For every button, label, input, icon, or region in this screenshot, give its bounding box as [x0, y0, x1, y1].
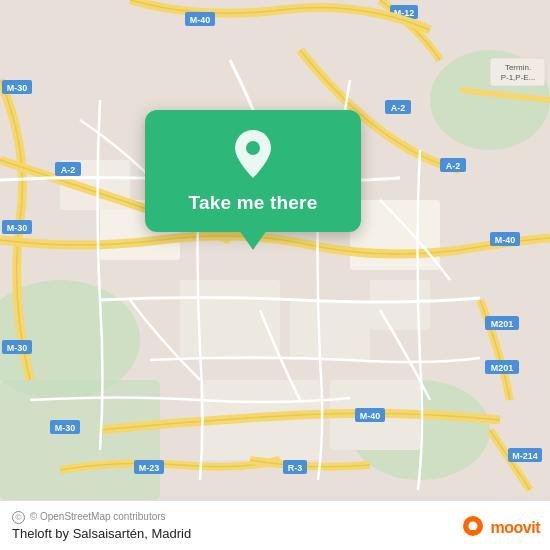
svg-rect-6: [290, 300, 370, 360]
svg-text:M-40: M-40: [190, 15, 211, 25]
svg-text:R-3: R-3: [288, 463, 303, 473]
svg-text:Termin.: Termin.: [505, 63, 531, 72]
svg-text:M-214: M-214: [512, 451, 538, 461]
svg-text:M-23: M-23: [139, 463, 160, 473]
svg-text:M-30: M-30: [7, 343, 28, 353]
bottom-bar: © © OpenStreetMap contributors Theloft b…: [0, 500, 550, 550]
copyright-icon: ©: [12, 511, 25, 524]
svg-text:P-1,P-E...: P-1,P-E...: [501, 73, 536, 82]
popup-label: Take me there: [189, 192, 318, 214]
svg-text:M-30: M-30: [55, 423, 76, 433]
svg-text:M-40: M-40: [495, 235, 516, 245]
location-pin-icon: [227, 128, 279, 180]
svg-text:A-2: A-2: [391, 103, 406, 113]
svg-point-50: [246, 141, 260, 155]
svg-text:A-2: A-2: [446, 161, 461, 171]
svg-text:M201: M201: [491, 319, 514, 329]
map-container: M-12 M-40 A-2 A-2 A-2 M-30 M-30 M-30 M-3…: [0, 0, 550, 500]
moovit-text: moovit: [491, 519, 540, 537]
attribution-text: © OpenStreetMap contributors: [30, 511, 166, 522]
svg-text:A-2: A-2: [61, 165, 76, 175]
svg-text:M201: M201: [491, 363, 514, 373]
svg-rect-7: [370, 280, 430, 330]
svg-text:M-30: M-30: [7, 223, 28, 233]
svg-text:M-40: M-40: [360, 411, 381, 421]
svg-text:M-30: M-30: [7, 83, 28, 93]
svg-rect-9: [350, 200, 440, 270]
svg-point-52: [468, 522, 477, 531]
map-svg: M-12 M-40 A-2 A-2 A-2 M-30 M-30 M-30 M-3…: [0, 0, 550, 500]
moovit-logo: moovit: [459, 514, 540, 542]
moovit-icon: [459, 514, 487, 542]
popup-card[interactable]: Take me there: [145, 110, 361, 232]
